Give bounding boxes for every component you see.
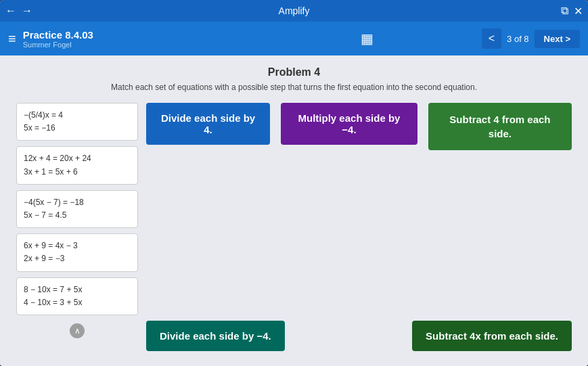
collapse-button[interactable]: ∧ bbox=[70, 323, 85, 338]
student-name: Summer Fogel bbox=[23, 41, 252, 49]
subtract-4-button[interactable]: Subtract 4 from each side. bbox=[428, 103, 572, 150]
app-title: Amplify bbox=[279, 5, 310, 16]
eq2-line2: 3x + 1 = 5x + 6 bbox=[24, 166, 131, 179]
problem-title: Problem 4 bbox=[16, 66, 572, 78]
eq5-line1: 8 − 10x = 7 + 5x bbox=[24, 283, 131, 296]
equation-card-2[interactable]: 12x + 4 = 20x + 24 3x + 1 = 5x + 6 bbox=[16, 146, 138, 184]
eq5-line2: 4 − 10x = 3 + 5x bbox=[24, 296, 131, 309]
close-icon[interactable]: ✕ bbox=[574, 5, 583, 18]
right-area: Divide each side by 4. Multiply each sid… bbox=[146, 103, 572, 351]
eq2-line1: 12x + 4 = 20x + 24 bbox=[24, 152, 131, 165]
titlebar: ← → Amplify ⧉ ✕ bbox=[0, 0, 588, 22]
nav-area: < 3 of 8 Next > bbox=[482, 28, 580, 49]
step-buttons-row-2: Divide each side by −4. Subtract 4x from… bbox=[146, 321, 572, 351]
menu-icon[interactable]: ≡ bbox=[8, 31, 16, 47]
divide-by-neg4-button[interactable]: Divide each side by −4. bbox=[146, 321, 285, 351]
eq1-line1: −(5/4)x = 4 bbox=[24, 109, 131, 122]
eq4-line2: 2x + 9 = −3 bbox=[24, 252, 131, 265]
practice-title: Practice 8.4.03 bbox=[23, 29, 252, 41]
equations-panel: −(5/4)x = 4 5x = −16 12x + 4 = 20x + 24 … bbox=[16, 103, 138, 351]
equation-card-3[interactable]: −4(5x − 7) = −18 5x − 7 = 4.5 bbox=[16, 190, 138, 228]
equation-card-4[interactable]: 6x + 9 = 4x − 3 2x + 9 = −3 bbox=[16, 233, 138, 271]
eq1-line2: 5x = −16 bbox=[24, 122, 131, 135]
problem-instruction: Match each set of equations with a possi… bbox=[16, 83, 572, 92]
subtract-4x-button[interactable]: Subtract 4x from each side. bbox=[412, 321, 572, 351]
back-icon[interactable]: ← bbox=[5, 5, 16, 17]
content-area: Problem 4 Match each set of equations wi… bbox=[0, 55, 588, 366]
step-buttons-row-1: Divide each side by 4. Multiply each sid… bbox=[146, 103, 572, 150]
next-button[interactable]: Next > bbox=[535, 30, 580, 48]
eq4-line1: 6x + 9 = 4x − 3 bbox=[24, 239, 131, 252]
calculator-icon[interactable]: ▦ bbox=[361, 30, 374, 47]
header-title-area: Practice 8.4.03 Summer Fogel bbox=[23, 29, 252, 49]
header-center: ▦ bbox=[252, 30, 482, 47]
multiply-by-neg4-button[interactable]: Multiply each side by −4. bbox=[281, 103, 417, 145]
equation-card-5[interactable]: 8 − 10x = 7 + 5x 4 − 10x = 3 + 5x bbox=[16, 277, 138, 315]
divide-by-4-button[interactable]: Divide each side by 4. bbox=[146, 103, 270, 145]
eq3-line1: −4(5x − 7) = −18 bbox=[24, 196, 131, 209]
forward-icon[interactable]: → bbox=[22, 5, 32, 17]
collapse-area: ∧ bbox=[16, 323, 138, 338]
eq3-line2: 5x − 7 = 4.5 bbox=[24, 209, 131, 222]
header-bar: ≡ Practice 8.4.03 Summer Fogel ▦ < 3 of … bbox=[0, 22, 588, 55]
nav-prev-button[interactable]: < bbox=[482, 28, 501, 49]
restore-icon[interactable]: ⧉ bbox=[561, 5, 568, 17]
nav-counter: 3 of 8 bbox=[507, 34, 529, 44]
main-layout: −(5/4)x = 4 5x = −16 12x + 4 = 20x + 24 … bbox=[16, 103, 572, 351]
equation-card-1[interactable]: −(5/4)x = 4 5x = −16 bbox=[16, 103, 138, 141]
spacer bbox=[146, 158, 572, 307]
